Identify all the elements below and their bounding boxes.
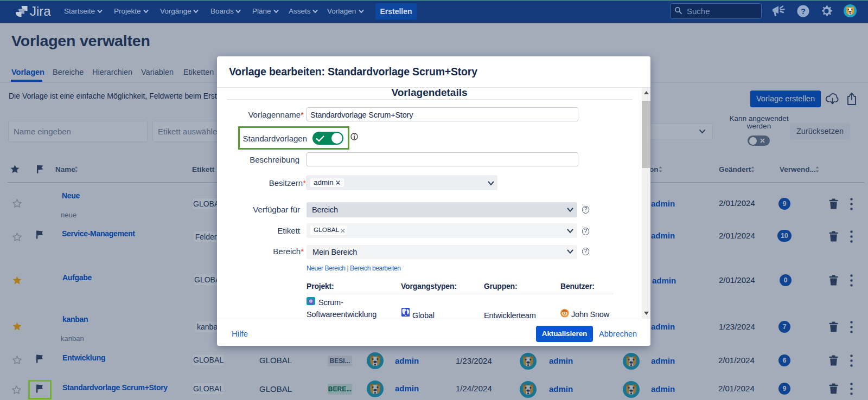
svg-text:?: ?	[801, 7, 806, 16]
